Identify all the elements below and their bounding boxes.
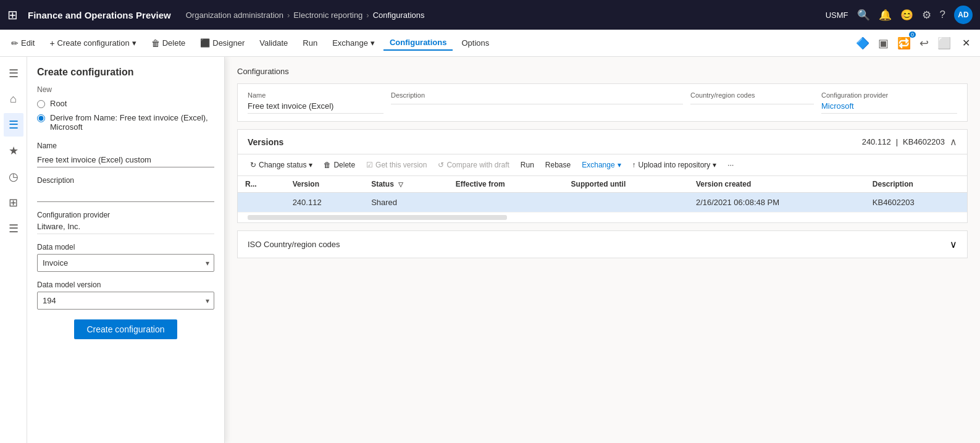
exchange-dropdown-chevron: ▾ (618, 161, 621, 169)
versions-section: Versions 240.112 | KB4602203 ∧ ↻ Change … (237, 129, 968, 223)
config-section-breadcrumb: Configurations (237, 67, 968, 76)
expand-icon[interactable]: ⬜ (935, 34, 953, 53)
name-field-label: Name (37, 141, 214, 150)
undo-icon[interactable]: ↩ (917, 34, 931, 53)
upload-chevron: ▾ (713, 161, 716, 169)
data-model-version-label: Data model version (37, 281, 214, 289)
radio-derive[interactable]: Derive from Name: Free text invoice (Exc… (37, 113, 214, 132)
col-supported-until: Supported until (564, 176, 689, 193)
get-this-version-button[interactable]: ☑ Get this version (361, 158, 432, 172)
versions-delete-button[interactable]: 🗑 Delete (319, 158, 360, 172)
upload-into-repository-button[interactable]: ↑ Upload into repository ▾ (627, 158, 722, 172)
config-provider-section-value[interactable]: Microsoft (821, 101, 957, 114)
versions-collapse-icon[interactable]: ∧ (950, 136, 957, 148)
data-model-label: Data model (37, 243, 214, 251)
description-input[interactable] (37, 187, 214, 202)
breadcrumb-configs[interactable]: Configurations (373, 11, 425, 20)
config-name-label: Name (248, 91, 383, 99)
filter-icon[interactable]: 🔷 (853, 34, 872, 53)
sidebar-workspace-icon[interactable]: ⊞ (4, 191, 23, 214)
versions-run-button[interactable]: Run (516, 158, 539, 172)
sidebar-menu-icon[interactable]: ☰ (4, 62, 23, 85)
status-filter-icon[interactable]: ▽ (398, 181, 403, 188)
data-model-version-select-wrap: 194 ▾ (37, 292, 214, 310)
sidebar-home-icon[interactable]: ⌂ (5, 88, 22, 111)
description-field-label: Description (37, 176, 214, 185)
create-configuration-panel: Create configuration New Root Derive fro… (27, 57, 225, 443)
versions-meta-kb: KB4602203 (903, 137, 945, 146)
breadcrumb-sep1: › (287, 11, 290, 20)
data-model-version-select[interactable]: 194 (37, 292, 214, 310)
breadcrumb-sep2: › (366, 11, 369, 20)
iso-title: ISO Country/region codes (248, 240, 340, 249)
validate-button[interactable]: Validate (253, 36, 294, 50)
versions-header: Versions 240.112 | KB4602203 ∧ (238, 130, 967, 154)
exchange-chevron: ▾ (371, 38, 375, 48)
radio-root[interactable]: Root (37, 99, 214, 108)
sidebar-modules-icon[interactable]: ☰ (4, 217, 23, 240)
help-icon[interactable]: ? (940, 9, 945, 21)
col-description: Description (865, 176, 967, 193)
avatar[interactable]: AD (954, 6, 973, 24)
notification-icon[interactable]: 🔔 (879, 9, 892, 22)
change-status-button[interactable]: ↻ Change status ▾ (245, 158, 317, 172)
config-details: Name Free text invoice (Excel) Descripti… (237, 83, 968, 122)
designer-button[interactable]: ⬛ Designer (194, 36, 251, 50)
settings-icon[interactable]: ⚙ (922, 9, 931, 22)
sidebar-star-icon[interactable]: ★ (4, 139, 23, 162)
smiley-icon[interactable]: 😊 (900, 9, 913, 22)
change-status-chevron: ▾ (309, 161, 312, 169)
compare-icon: ↺ (438, 161, 444, 169)
data-model-select[interactable]: Invoice (37, 254, 214, 272)
top-nav: ⊞ Finance and Operations Preview Organiz… (0, 0, 980, 30)
config-country-value (690, 101, 814, 104)
versions-toolbar: ↻ Change status ▾ 🗑 Delete ☑ Get this ve… (238, 154, 967, 176)
config-desc-label: Description (391, 91, 683, 99)
designer-icon: ⬛ (200, 38, 210, 48)
delete-icon: 🗑 (151, 38, 160, 48)
configurations-button[interactable]: Configurations (383, 35, 453, 51)
versions-meta: 240.112 | KB4602203 ∧ (862, 136, 957, 148)
create-configuration-button[interactable]: + Create configuration ▾ (43, 36, 142, 51)
delete-button[interactable]: 🗑 Delete (145, 36, 192, 51)
main-layout: ☰ ⌂ ☰ ★ ◷ ⊞ ☰ Create configuration New R… (0, 57, 980, 443)
right-content: Configurations Name Free text invoice (E… (225, 57, 980, 443)
waffle-icon[interactable]: ⊞ (7, 7, 18, 22)
exchange-button[interactable]: Exchange ▾ (326, 36, 381, 50)
name-input[interactable] (37, 153, 214, 167)
content-area: Create configuration New Root Derive fro… (27, 57, 980, 443)
usmf-label: USMF (826, 11, 848, 20)
plus-icon: + (49, 38, 54, 48)
config-name-field: Name Free text invoice (Excel) (248, 91, 383, 114)
panel-icon[interactable]: ▣ (876, 34, 891, 53)
main-toolbar: ✏ Edit + Create configuration ▾ 🗑 Delete… (0, 30, 980, 57)
breadcrumb-er[interactable]: Electronic reporting (293, 11, 362, 20)
sidebar-clock-icon[interactable]: ◷ (4, 165, 23, 188)
toolbar-right: 🔷 ▣ 🔁 0 ↩ ⬜ ✕ (853, 34, 975, 53)
versions-exchange-button[interactable]: Exchange ▾ (577, 158, 626, 172)
compare-with-draft-button[interactable]: ↺ Compare with draft (433, 158, 514, 172)
run-button[interactable]: Run (296, 36, 324, 50)
versions-title: Versions (248, 137, 283, 147)
rebase-button[interactable]: Rebase (540, 158, 576, 172)
sidebar-list-icon[interactable]: ☰ (4, 113, 23, 137)
options-button[interactable]: Options (455, 36, 495, 50)
data-model-select-wrap: Invoice ▾ (37, 254, 214, 272)
iso-section[interactable]: ISO Country/region codes ∨ (237, 230, 968, 258)
close-button[interactable]: ✕ (957, 35, 975, 51)
right-inner: Configurations Name Free text invoice (E… (225, 57, 980, 443)
versions-meta-version: 240.112 (862, 137, 891, 146)
more-options-button[interactable]: ··· (722, 158, 739, 172)
config-fields: Name Free text invoice (Excel) Descripti… (248, 91, 957, 114)
breadcrumb: Organization administration › Electronic… (186, 11, 821, 20)
create-configuration-submit-button[interactable]: Create configuration (74, 319, 177, 339)
scroll-bar[interactable] (248, 215, 507, 220)
edit-button[interactable]: ✏ Edit (5, 36, 41, 51)
versions-table: R... Version Status ▽ Effective from Sup… (238, 176, 967, 213)
breadcrumb-org[interactable]: Organization administration (186, 11, 283, 20)
table-row[interactable]: 240.112Shared2/16/2021 06:08:48 PMKB4602… (238, 193, 967, 213)
refresh-badge-icon[interactable]: 🔁 0 (895, 34, 913, 53)
config-description-field: Description (391, 91, 683, 104)
iso-chevron-icon: ∨ (950, 238, 957, 250)
search-icon[interactable]: 🔍 (857, 9, 870, 22)
